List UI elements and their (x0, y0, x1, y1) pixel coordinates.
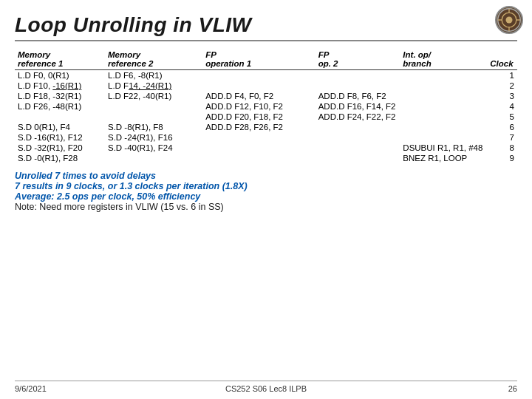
cell-3-mem1: L.D F26, -48(R1) (15, 101, 105, 112)
cell-3-mem2 (105, 101, 202, 112)
cell-7-fp1 (202, 143, 316, 153)
summary-section: Unrolled 7 times to avoid delays 7 resul… (15, 171, 517, 212)
cell-7-int: DSUBUI R1, R1, #48 (400, 143, 487, 153)
cell-1-mem2: L.D F14, -24(R1) (105, 81, 202, 91)
table-row: L.D F0, 0(R1)L.D F6, -8(R1)1 (15, 70, 517, 81)
cell-4-int (400, 112, 487, 122)
cell-5-mem2: S.D -8(R1), F8 (105, 122, 202, 132)
cell-3-clock: 4 (487, 101, 517, 112)
cell-4-fp1: ADD.D F20, F18, F2 (202, 112, 316, 122)
cell-7-mem1: S.D -32(R1), F20 (15, 143, 105, 153)
table-row: S.D -0(R1), F28BNEZ R1, LOOP9 (15, 153, 517, 163)
summary-line4: Note: Need more registers in VLIW (15 vs… (15, 202, 517, 212)
table-row: S.D -16(R1), F12S.D -24(R1), F167 (15, 132, 517, 143)
cell-0-int (400, 70, 487, 81)
cell-4-mem2 (105, 112, 202, 122)
cell-2-clock: 3 (487, 91, 517, 101)
cell-2-fp1: ADD.D F4, F0, F2 (202, 91, 316, 101)
cell-1-fp1 (202, 81, 316, 91)
cell-0-fp2 (316, 70, 400, 81)
cell-0-clock: 1 (487, 70, 517, 81)
cell-1-int (400, 81, 487, 91)
footer-right: 26 (508, 384, 517, 393)
summary-line3: Average: 2.5 ops per clock, 50% efficien… (15, 191, 517, 202)
cell-5-clock: 6 (487, 122, 517, 132)
page-title: Loop Unrolling in VLIW (15, 13, 252, 36)
cell-4-fp2: ADD.D F24, F22, F2 (316, 112, 400, 122)
cell-5-fp1: ADD.D F28, F26, F2 (202, 122, 316, 132)
table-row: S.D 0(R1), F4S.D -8(R1), F8ADD.D F28, F2… (15, 122, 517, 132)
cell-8-fp2 (316, 153, 400, 163)
footer: 9/6/2021 CS252 S06 Lec8 ILPB 26 (15, 381, 517, 393)
table-header-row: Memoryreference 1 Memoryreference 2 FPop… (15, 49, 517, 70)
cell-5-fp2 (316, 122, 400, 132)
col-header-clock: Clock (487, 49, 517, 70)
cell-4-mem1 (15, 112, 105, 122)
cell-4-clock: 5 (487, 112, 517, 122)
title-section: Loop Unrolling in VLIW (15, 13, 517, 41)
cell-2-int (400, 91, 487, 101)
cell-1-clock: 2 (487, 81, 517, 91)
cell-3-fp1: ADD.D F12, F10, F2 (202, 101, 316, 112)
cell-8-mem2 (105, 153, 202, 163)
col-header-fp1: FPoperation 1 (202, 49, 316, 70)
cell-1-mem1: L.D F10, -16(R1) (15, 81, 105, 91)
table-row: L.D F10, -16(R1)L.D F14, -24(R1)2 (15, 81, 517, 91)
page-container: Loop Unrolling in VLIW Memoryreference 1… (0, 0, 532, 399)
cell-2-fp2: ADD.D F8, F6, F2 (316, 91, 400, 101)
summary-line2: 7 results in 9 clocks, or 1.3 clocks per… (15, 181, 517, 191)
summary-line1: Unrolled 7 times to avoid delays (15, 171, 517, 181)
cell-0-mem2: L.D F6, -8(R1) (105, 70, 202, 81)
main-table: Memoryreference 1 Memoryreference 2 FPop… (15, 49, 517, 163)
cell-6-clock: 7 (487, 132, 517, 143)
col-header-mem1: Memoryreference 1 (15, 49, 105, 70)
cell-8-int: BNEZ R1, LOOP (400, 153, 487, 163)
cell-6-fp2 (316, 132, 400, 143)
cell-5-mem1: S.D 0(R1), F4 (15, 122, 105, 132)
svg-point-2 (506, 17, 513, 24)
cell-1-fp2 (316, 81, 400, 91)
cell-7-clock: 8 (487, 143, 517, 153)
col-header-int: Int. op/branch (400, 49, 487, 70)
footer-center: CS252 S06 Lec8 ILPB (225, 384, 307, 393)
cell-3-fp2: ADD.D F16, F14, F2 (316, 101, 400, 112)
cell-8-clock: 9 (487, 153, 517, 163)
cell-6-mem1: S.D -16(R1), F12 (15, 132, 105, 143)
col-header-fp2: FPop. 2 (316, 49, 400, 70)
cell-6-fp1 (202, 132, 316, 143)
cell-2-mem2: L.D F22, -40(R1) (105, 91, 202, 101)
logo (495, 6, 523, 34)
cell-7-fp2 (316, 143, 400, 153)
col-header-mem2: Memoryreference 2 (105, 49, 202, 70)
cell-3-int (400, 101, 487, 112)
logo-circle (495, 6, 523, 34)
cell-8-mem1: S.D -0(R1), F28 (15, 153, 105, 163)
cell-0-fp1 (202, 70, 316, 81)
cell-6-mem2: S.D -24(R1), F16 (105, 132, 202, 143)
table-row: ADD.D F20, F18, F2ADD.D F24, F22, F25 (15, 112, 517, 122)
cell-0-mem1: L.D F0, 0(R1) (15, 70, 105, 81)
table-row: S.D -32(R1), F20S.D -40(R1), F24DSUBUI R… (15, 143, 517, 153)
cell-2-mem1: L.D F18, -32(R1) (15, 91, 105, 101)
table-row: L.D F18, -32(R1)L.D F22, -40(R1)ADD.D F4… (15, 91, 517, 101)
footer-left: 9/6/2021 (15, 384, 47, 393)
cell-6-int (400, 132, 487, 143)
cell-7-mem2: S.D -40(R1), F24 (105, 143, 202, 153)
cell-8-fp1 (202, 153, 316, 163)
cell-5-int (400, 122, 487, 132)
table-row: L.D F26, -48(R1)ADD.D F12, F10, F2ADD.D … (15, 101, 517, 112)
